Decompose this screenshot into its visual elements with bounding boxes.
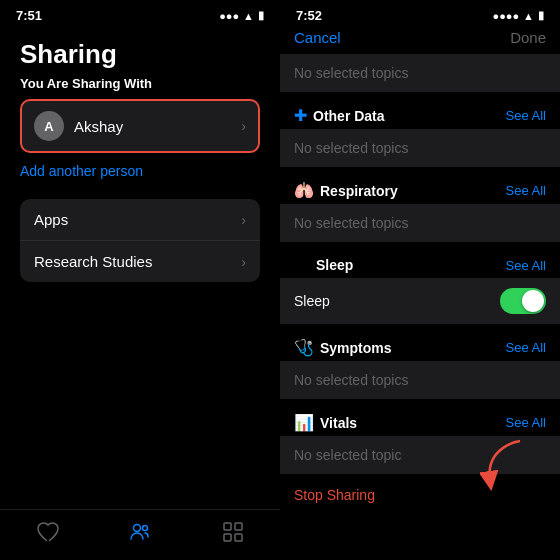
apps-row[interactable]: Apps › — [20, 199, 260, 241]
right-nav: Cancel Done — [280, 27, 560, 54]
page-title: Sharing — [20, 39, 260, 70]
respiratory-topics: No selected topics — [294, 215, 408, 231]
respiratory-icon: 🫁 — [294, 181, 314, 200]
red-arrow-icon — [480, 436, 530, 495]
tab-sharing[interactable] — [128, 520, 152, 544]
svg-point-1 — [142, 526, 147, 531]
stop-sharing-button[interactable]: Stop Sharing — [294, 487, 375, 503]
other-data-icon: ✚ — [294, 106, 307, 125]
right-panel: 7:52 ●●●● ▲ ▮ Cancel Done No selected to… — [280, 0, 560, 560]
symptoms-icon: 🩺 — [294, 338, 314, 357]
symptoms-title: Symptoms — [320, 340, 392, 356]
tab-favorites[interactable] — [35, 520, 59, 544]
symptoms-header-left: 🩺 Symptoms — [294, 338, 392, 357]
left-content: Sharing You Are Sharing With A Akshay › … — [0, 27, 280, 509]
vitals-header: 📊 Vitals See All — [280, 405, 560, 436]
other-data-section: ✚ Other Data See All No selected topics — [280, 98, 560, 167]
right-time: 7:52 — [296, 8, 322, 23]
sleep-see-all[interactable]: See All — [506, 258, 546, 273]
vitals-header-left: 📊 Vitals — [294, 413, 357, 432]
svg-rect-5 — [235, 534, 242, 541]
symptoms-header: 🩺 Symptoms See All — [280, 330, 560, 361]
symptoms-body: No selected topics — [280, 361, 560, 399]
sleep-body: Sleep — [280, 278, 560, 324]
right-signal-icon: ●●●● — [493, 10, 520, 22]
respiratory-section: 🫁 Respiratory See All No selected topics — [280, 173, 560, 242]
respiratory-header-left: 🫁 Respiratory — [294, 181, 398, 200]
respiratory-see-all[interactable]: See All — [506, 183, 546, 198]
vitals-topics: No selected topic — [294, 447, 401, 463]
vitals-title: Vitals — [320, 415, 357, 431]
add-person-button[interactable]: Add another person — [20, 163, 260, 179]
other-data-title: Other Data — [313, 108, 385, 124]
right-status-icons: ●●●● ▲ ▮ — [493, 9, 544, 22]
symptoms-section: 🩺 Symptoms See All No selected topics — [280, 330, 560, 399]
other-data-topics: No selected topics — [294, 140, 408, 156]
top-no-topics-text: No selected topics — [294, 65, 408, 81]
respiratory-title: Respiratory — [320, 183, 398, 199]
svg-rect-4 — [224, 534, 231, 541]
sleep-toggle-row: Sleep — [294, 288, 546, 314]
respiratory-body: No selected topics — [280, 204, 560, 242]
other-data-body: No selected topics — [280, 129, 560, 167]
sleep-section: 🛏 Sleep See All Sleep — [280, 248, 560, 324]
sleep-icon: 🛏 — [294, 256, 310, 274]
vitals-see-all[interactable]: See All — [506, 415, 546, 430]
svg-point-0 — [133, 525, 140, 532]
sleep-toggle[interactable] — [500, 288, 546, 314]
symptoms-see-all[interactable]: See All — [506, 340, 546, 355]
top-no-topics-section: No selected topics — [280, 54, 560, 92]
right-wifi-icon: ▲ — [523, 10, 534, 22]
other-data-see-all[interactable]: See All — [506, 108, 546, 123]
vitals-icon: 📊 — [294, 413, 314, 432]
right-status-bar: 7:52 ●●●● ▲ ▮ — [280, 0, 560, 27]
left-panel: 7:51 ●●● ▲ ▮ Sharing You Are Sharing Wit… — [0, 0, 280, 560]
apps-label: Apps — [34, 211, 68, 228]
cancel-button[interactable]: Cancel — [294, 29, 341, 46]
sleep-title: Sleep — [316, 257, 353, 273]
chevron-right-icon: › — [241, 118, 246, 134]
done-button[interactable]: Done — [510, 29, 546, 46]
other-data-header: ✚ Other Data See All — [280, 98, 560, 129]
sharing-label: You Are Sharing With — [20, 76, 260, 91]
left-status-icons: ●●● ▲ ▮ — [219, 9, 264, 22]
left-time: 7:51 — [16, 8, 42, 23]
symptoms-topics: No selected topics — [294, 372, 408, 388]
contact-name: Akshay — [74, 118, 241, 135]
wifi-icon: ▲ — [243, 10, 254, 22]
signal-icon: ●●● — [219, 10, 239, 22]
svg-rect-3 — [235, 523, 242, 530]
tab-browse[interactable] — [221, 520, 245, 544]
right-scroll-area[interactable]: No selected topics ✚ Other Data See All … — [280, 54, 560, 560]
research-studies-row[interactable]: Research Studies › — [20, 241, 260, 282]
respiratory-header: 🫁 Respiratory See All — [280, 173, 560, 204]
research-studies-label: Research Studies — [34, 253, 152, 270]
other-data-header-left: ✚ Other Data — [294, 106, 385, 125]
research-chevron-icon: › — [241, 254, 246, 270]
avatar: A — [34, 111, 64, 141]
right-battery-icon: ▮ — [538, 9, 544, 22]
contact-row[interactable]: A Akshay › — [20, 99, 260, 153]
stop-sharing-container: Stop Sharing — [280, 476, 560, 514]
svg-rect-2 — [224, 523, 231, 530]
tab-bar — [0, 509, 280, 560]
battery-icon: ▮ — [258, 9, 264, 22]
sleep-header: 🛏 Sleep See All — [280, 248, 560, 278]
sleep-label: Sleep — [294, 293, 330, 309]
apps-chevron-icon: › — [241, 212, 246, 228]
menu-section: Apps › Research Studies › — [20, 199, 260, 282]
sleep-header-left: 🛏 Sleep — [294, 256, 353, 274]
left-status-bar: 7:51 ●●● ▲ ▮ — [0, 0, 280, 27]
